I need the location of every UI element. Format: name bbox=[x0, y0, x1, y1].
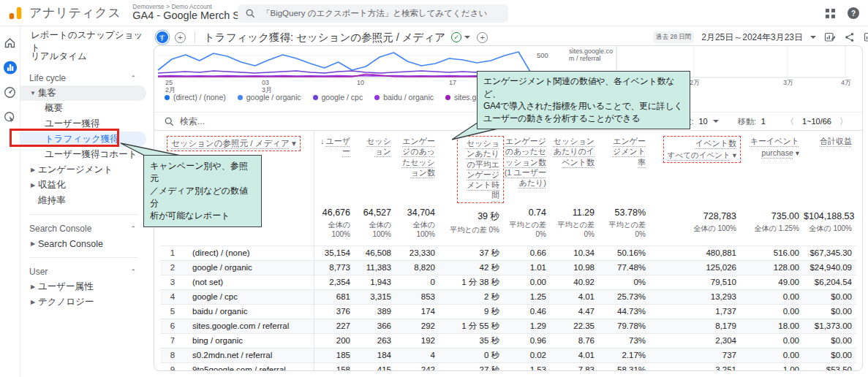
row-value: 3,251 bbox=[650, 362, 741, 371]
sidebar-item[interactable]: ▶テクノロジー bbox=[20, 294, 146, 310]
analytics-logo[interactable]: アナリティクス bbox=[7, 4, 121, 21]
sort-descending-icon[interactable]: ↓ bbox=[320, 137, 325, 145]
svg-text:3万: 3万 bbox=[783, 79, 793, 86]
insights-icon[interactable] bbox=[863, 31, 868, 44]
home-icon[interactable] bbox=[3, 35, 18, 50]
legend-item: baidu / organic bbox=[374, 93, 434, 102]
column-header-metric[interactable]: セッションあたりのイベント数 bbox=[551, 131, 599, 203]
caret-right-icon: ▶ bbox=[28, 167, 38, 173]
sidebar-item[interactable]: ユーザー獲得コホート bbox=[20, 147, 146, 162]
table-row[interactable]: 5baidu / organic3763891749 秒0.464.4744.7… bbox=[160, 304, 856, 319]
table-row[interactable]: 99to5google.com / referral15841524227 秒1… bbox=[160, 362, 856, 371]
customized-check-icon[interactable]: ✓ bbox=[451, 32, 461, 42]
rows-per-page-select[interactable]: 10 bbox=[698, 117, 707, 126]
column-header-metric[interactable]: セッション bbox=[355, 131, 396, 203]
total-sub: 平均との差 0% bbox=[599, 220, 650, 238]
sidebar-item[interactable]: 概要 bbox=[20, 101, 146, 116]
table-row[interactable]: 4google / cpc6813,3158532 秒1.254.0125.73… bbox=[160, 289, 856, 304]
row-value: $6,204.54 bbox=[804, 275, 856, 289]
prev-page-button[interactable]: 〈 bbox=[783, 116, 797, 127]
collapse-icon: ⌃ bbox=[130, 225, 136, 232]
sidebar-section-life-cycle[interactable]: Life cycle⌃ bbox=[20, 71, 146, 85]
row-value: 8,773 bbox=[314, 260, 355, 275]
table-row[interactable]: 6sites.google.com / referral2273662921 分… bbox=[160, 319, 856, 333]
legend-dot bbox=[238, 95, 243, 100]
row-value: $1,373.00 bbox=[804, 319, 856, 333]
apps-grid-icon[interactable] bbox=[826, 9, 835, 18]
column-header-metric[interactable]: キーイベントpurchase ▾ bbox=[741, 131, 804, 203]
row-value: 2.17% bbox=[599, 348, 650, 362]
chevron-down-icon[interactable] bbox=[464, 36, 470, 39]
metric-label: エンゲージのあったセッション数(1 ユーザーあたり) bbox=[505, 137, 546, 187]
sidebar-section-search-console[interactable]: Search Console⌃ bbox=[20, 221, 146, 236]
add-comparison-button[interactable]: + bbox=[175, 32, 186, 43]
sidebar-item-label: Search Console bbox=[38, 239, 103, 249]
row-value: 1,943 bbox=[355, 275, 396, 289]
legend-label: google / cpc bbox=[322, 93, 363, 102]
sidebar-item[interactable]: ▶ユーザー属性 bbox=[20, 279, 146, 294]
chevron-down-icon[interactable] bbox=[713, 120, 719, 123]
row-value: 23,330 bbox=[396, 245, 439, 260]
total-sub: 全体の 100% bbox=[355, 220, 396, 238]
row-rank: 5 bbox=[160, 304, 185, 319]
date-range-value[interactable]: 2月25日～2024年3月23日 bbox=[701, 31, 803, 44]
goto-page-input[interactable]: 1 bbox=[761, 117, 766, 126]
segment-avatar[interactable]: す bbox=[156, 31, 168, 43]
row-value: 2 秒 bbox=[439, 289, 504, 304]
row-value: $0.00 bbox=[804, 348, 856, 362]
sidebar-item-label: 維持率 bbox=[38, 194, 66, 207]
sidebar-item[interactable]: 維持率 bbox=[20, 193, 146, 208]
row-value: 7.83 bbox=[551, 362, 599, 371]
advertising-icon[interactable] bbox=[3, 110, 18, 124]
column-header-metric[interactable]: 合計収益 bbox=[804, 131, 856, 203]
row-value: 0.00 bbox=[741, 289, 804, 304]
column-header-metric[interactable]: ↓ユーザー bbox=[314, 131, 355, 203]
row-value: 0.00 bbox=[741, 304, 804, 319]
legend-item: google / cpc bbox=[313, 93, 363, 102]
dimension-selector[interactable]: セッションの参照元 / メディア ▾ bbox=[167, 136, 301, 151]
sidebar-section-user[interactable]: User⌃ bbox=[20, 264, 146, 279]
sidebar-item[interactable]: ▶収益化 bbox=[20, 178, 146, 193]
metric-sub-selector[interactable]: purchase ▾ bbox=[750, 148, 799, 159]
column-header-metric[interactable]: イベント数すべてのイベント ▾ bbox=[650, 131, 741, 203]
svg-text:m / referral: m / referral bbox=[569, 55, 601, 62]
sidebar-item[interactable]: ▼集客 bbox=[20, 85, 146, 101]
column-header-metric[interactable]: エンゲージメント率 bbox=[599, 131, 650, 203]
next-page-button[interactable]: 〉 bbox=[837, 116, 850, 127]
row-value: 192 bbox=[396, 333, 439, 348]
metric-sub-selector[interactable]: すべてのイベント ▾ bbox=[668, 151, 736, 161]
help-icon[interactable]: ? bbox=[848, 7, 859, 19]
reports-icon[interactable] bbox=[3, 60, 18, 75]
total-sub: 全体の 100% bbox=[396, 220, 439, 238]
row-value: 73% bbox=[599, 333, 650, 348]
page-title: トラフィック獲得: セッションの参照元 / メディア bbox=[204, 31, 445, 45]
sidebar-item[interactable]: ▶Search Console bbox=[20, 236, 146, 251]
explore-icon[interactable] bbox=[3, 85, 18, 99]
sidebar-section-label: User bbox=[29, 267, 48, 277]
legend-dot bbox=[313, 95, 318, 100]
table-row[interactable]: 8s0.2mdn.net / referral18518440 秒0.024.0… bbox=[160, 348, 856, 362]
edit-chart-icon[interactable] bbox=[823, 31, 836, 44]
row-value: 2,304 bbox=[650, 333, 741, 348]
column-header-metric[interactable]: エンゲージのあったセッション数 bbox=[396, 131, 439, 203]
report-header: す + トラフィック獲得: セッションの参照元 / メディア ✓ + 過去 28… bbox=[146, 28, 868, 47]
caret-right-icon: ▶ bbox=[28, 182, 38, 188]
global-search[interactable]: 「BigQuery のエクスポート方法」と検索してみてください bbox=[238, 4, 508, 23]
table-row[interactable]: 2google / organic8,77311,3838,82042 秒1.0… bbox=[160, 260, 856, 275]
chevron-down-icon[interactable] bbox=[810, 36, 816, 39]
row-value: 0.00 bbox=[504, 275, 551, 289]
column-header-metric[interactable]: エンゲージのあったセッション数(1 ユーザーあたり) bbox=[504, 131, 551, 203]
table-row[interactable]: 1(direct) / (none)35,15446,50823,33037 秒… bbox=[160, 245, 856, 260]
data-table-wrap: セッションの参照元 / メディア ▾+↓ユーザーセッションエンゲージのあったセッ… bbox=[160, 131, 856, 371]
row-value: 4.47 bbox=[551, 304, 599, 319]
column-header-metric[interactable]: セッションあたりの平均エンゲージメント時間 bbox=[439, 131, 504, 203]
sidebar-item[interactable]: レポートのスナップショット bbox=[20, 34, 146, 49]
sidebar-item[interactable]: ▶エンゲージメント bbox=[20, 162, 146, 178]
table-search[interactable]: 検索... bbox=[165, 115, 205, 128]
share-icon[interactable] bbox=[843, 31, 856, 44]
table-row[interactable]: 3(not set)2,3541,94301 分 38 秒0.0040.920%… bbox=[160, 275, 856, 289]
row-source: (direct) / (none) bbox=[185, 245, 314, 260]
table-row[interactable]: 7bing / organic20026319235 秒0.968.7673%2… bbox=[160, 333, 856, 348]
add-metric-button[interactable]: + bbox=[477, 32, 488, 43]
legend-label: baidu / organic bbox=[383, 93, 434, 102]
